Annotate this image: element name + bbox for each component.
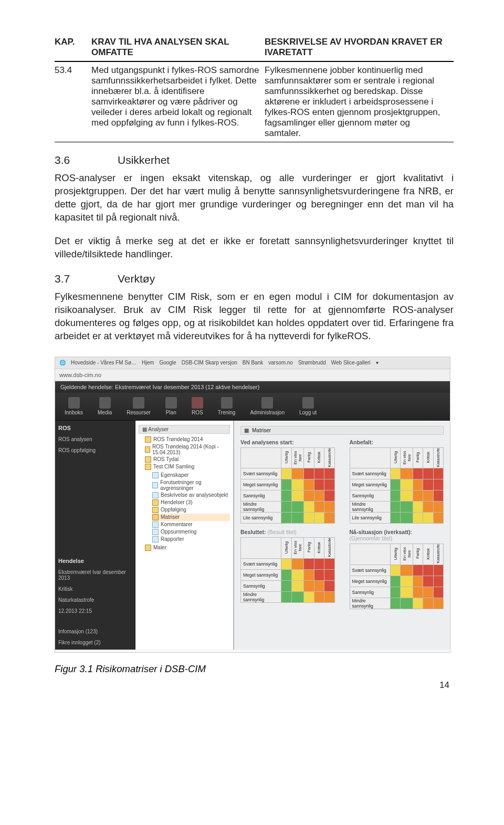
matrix-anbefalt: Anbefalt: UfarligEn viss fareFarligKriti…	[350, 439, 444, 524]
tree-node[interactable]: Oppsummering	[152, 528, 230, 536]
menu-ressurser[interactable]: Ressurser	[127, 397, 151, 415]
section-heading-3-6: 3.6 Usikkerhet	[55, 154, 454, 166]
requirements-table: KAP. KRAV TIL HVA ANALYSEN SKAL OMFATTE …	[55, 34, 454, 142]
section-title: Verktøy	[118, 273, 155, 285]
tree-node[interactable]: Kommentarer	[152, 521, 230, 528]
sidebar-item-ros-oppfolging[interactable]: ROS oppfølging	[58, 447, 132, 453]
training-icon	[221, 397, 233, 409]
tree-node-matriser[interactable]: Matriser	[152, 514, 230, 521]
tree-node[interactable]: Maler	[145, 544, 230, 551]
matrices-panel: ▦ Matriser Ved analysens start: UfarligE…	[234, 421, 450, 650]
incident-bar: Gjeldende hendelse: Ekstremværet Ivar de…	[55, 381, 450, 393]
page-icon	[152, 529, 159, 535]
media-icon	[99, 397, 111, 409]
figure-caption: Figur 3.1 Risikomatriser i DSB-CIM	[55, 663, 454, 675]
main-menu: Innboks Media Ressurser Plan ROS Trening…	[55, 393, 450, 421]
tree-label: Maler	[153, 545, 166, 550]
tree-label: Oppfølging	[161, 507, 186, 513]
tree-node[interactable]: Rapporter	[152, 536, 230, 543]
menu-label: ROS	[192, 410, 203, 415]
cim-screenshot: 🌐 Hovedside - Våres FM Sø… Hjem Google D…	[55, 357, 450, 653]
tree-node[interactable]: Hendelser (3)	[152, 499, 230, 506]
tree-label: Rapporter	[161, 536, 184, 542]
bookmark-item[interactable]: varsom.no	[268, 360, 293, 365]
matrix-label: Ved analysens start:	[240, 439, 335, 445]
analysis-tree: ▦ Analyser ROS Trøndelag 2014 ROS Trønde…	[135, 421, 234, 650]
sidebar-info-count[interactable]: Infomasjon (123)	[58, 629, 132, 634]
folder-icon	[152, 514, 159, 520]
menu-trening[interactable]: Trening	[218, 397, 236, 415]
tree-label: Forutsetninger og avgrensninger	[160, 479, 230, 491]
tree-node[interactable]: Oppfølging	[152, 506, 230, 514]
sidebar-severity: Kritisk	[58, 586, 132, 592]
menu-inbox[interactable]: Innboks	[65, 397, 83, 415]
menu-label: Ressurser	[127, 410, 151, 415]
bookmark-item[interactable]: Hjem	[142, 360, 154, 365]
menu-logout[interactable]: Logg ut	[299, 397, 317, 415]
menu-label: Innboks	[65, 410, 83, 415]
sidebar-header-hendelse: Hendelse	[58, 558, 132, 564]
tree-label: Egenskaper	[161, 472, 188, 478]
tree-node[interactable]: Egenskaper	[152, 472, 230, 479]
sidebar-logged-in-count[interactable]: Fikre innlogget (2)	[58, 640, 132, 645]
tree-node[interactable]: ROS Trøndelag 2014	[145, 436, 230, 443]
folder-icon	[145, 446, 150, 453]
col-kap: KAP.	[55, 34, 91, 61]
menu-label: Trening	[218, 410, 236, 415]
tree-node[interactable]: Forutsetninger og avgrensninger	[152, 479, 230, 492]
logout-icon	[302, 397, 314, 409]
tree-node[interactable]: Beskrivelse av analyseobjekt	[152, 492, 230, 499]
col-besk: BESKRIVELSE AV HVORDAN KRAVET ER IVARETA…	[265, 34, 454, 61]
browser-bookmarks: 🌐 Hovedside - Våres FM Sø… Hjem Google D…	[55, 357, 450, 369]
ros-icon	[192, 397, 203, 409]
folder-icon	[145, 464, 151, 470]
bookmark-item[interactable]: Web Slice-galleri	[331, 360, 371, 365]
menu-media[interactable]: Media	[98, 397, 112, 415]
sidebar-timestamp: 12.2013 22:15	[58, 608, 132, 614]
resources-icon	[133, 397, 144, 409]
row-num: 53.4	[55, 61, 91, 142]
page-icon	[152, 521, 159, 528]
tree-node[interactable]: ROS Trøndelag 2014 (Kopi - 15.04.2013)	[145, 443, 230, 456]
globe-icon: 🌐	[59, 360, 66, 365]
tree-node[interactable]: ROS Tydal	[145, 456, 230, 463]
matrices-title-bar: ▦ Matriser	[240, 426, 444, 435]
url-text: www.dsb-cim.no	[59, 372, 101, 378]
table-row: 53.4 Med utgangspunkt i fylkes-ROS samor…	[55, 61, 454, 142]
bookmark-item[interactable]: Strømbrudd	[298, 360, 326, 365]
tree-label: ROS Tydal	[153, 456, 178, 462]
bookmark-item[interactable]: Google	[159, 360, 176, 365]
para-3: Fylkesmennene benytter CIM Risk, som er …	[55, 290, 454, 343]
menu-label: Logg ut	[299, 410, 317, 415]
risk-matrix: UfarligEn viss fareFarligKritiskKatastro…	[240, 537, 335, 602]
para-2: Det er viktig å merke seg at det er ikke…	[55, 235, 454, 261]
menu-ros[interactable]: ROS	[192, 397, 203, 415]
matrices-title: Matriser	[252, 427, 271, 433]
page-number: 14	[55, 680, 454, 691]
tree-label: Matriser	[161, 514, 180, 520]
matrix-start: Ved analysens start: UfarligEn viss fare…	[240, 439, 335, 524]
address-bar[interactable]: www.dsb-cim.no	[55, 369, 450, 381]
tree-node[interactable]: Test CIM Samling	[145, 463, 230, 471]
bookmark-item[interactable]: BN Bank	[243, 360, 263, 365]
sidebar-item-ros-analysen[interactable]: ROS analysen	[58, 436, 132, 442]
tree-label: Kommentarer	[161, 521, 193, 527]
inbox-icon	[68, 397, 80, 409]
bookmark-item[interactable]: DSB-CIM Skarp versjon	[182, 360, 237, 365]
menu-admin[interactable]: Administrasjon	[250, 397, 285, 415]
menu-plan[interactable]: Plan	[165, 397, 177, 415]
risk-matrix: UfarligEn viss fareFarligKritiskKatastro…	[240, 447, 335, 524]
matrix-label: Besluttet: (Besult titel)	[240, 529, 335, 535]
matrix-label: Anbefalt:	[350, 439, 444, 445]
menu-label: Plan	[166, 410, 176, 415]
section-title: Usikkerhet	[118, 154, 170, 166]
left-sidebar: ROS ROS analysen ROS oppfølging Hendelse…	[55, 421, 135, 650]
tree-label: ROS Trøndelag 2014	[153, 436, 203, 442]
folder-icon	[152, 507, 159, 513]
menu-label: Media	[98, 410, 112, 415]
chevron-down-icon[interactable]: ▾	[376, 360, 379, 365]
page-icon	[152, 536, 159, 542]
sidebar-incident-name: Ekstremværet Ivar desember 2013	[58, 569, 132, 581]
bookmark-item[interactable]: Hovedside - Våres FM Sø…	[71, 360, 136, 365]
plan-icon	[165, 397, 177, 409]
